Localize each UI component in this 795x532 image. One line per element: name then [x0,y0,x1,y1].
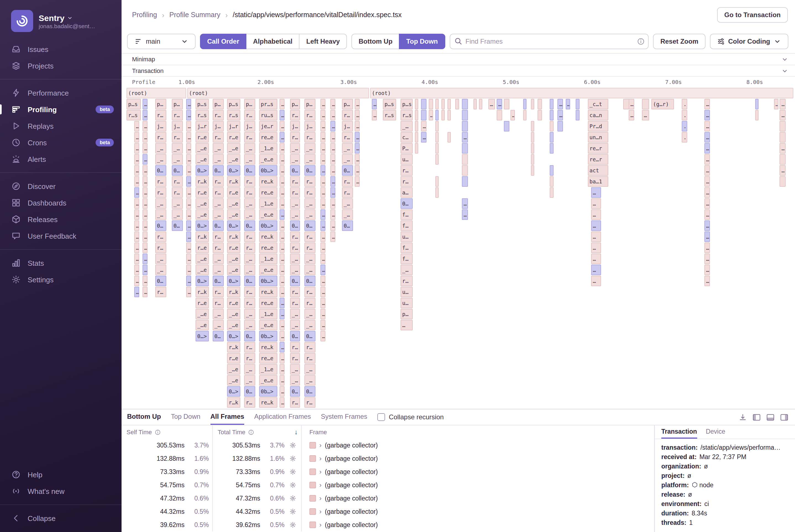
flame-frame[interactable]: r…k [227,231,240,242]
flame-frame[interactable]: … [134,243,139,253]
flame-frame[interactable]: … [320,165,325,176]
flame-frame[interactable]: … [143,243,148,253]
flame-frame[interactable]: r… [213,298,224,308]
flame-frame[interactable]: … [320,298,325,308]
flame-frame[interactable]: _… [213,143,224,154]
flame-frame[interactable]: r… [155,287,166,297]
breadcrumb-profile-summary[interactable]: Profile Summary [169,11,221,19]
flame-frame[interactable]: j…r [227,121,240,132]
flame-frame[interactable]: … [704,221,710,231]
flame-frame[interactable]: r… [304,176,316,187]
flame-frame[interactable]: r… [400,176,413,187]
tab-top-down[interactable]: Top Down [171,410,201,425]
flame-frame[interactable]: … [143,221,148,231]
sidebar-item-user-feedback[interactable]: User Feedback [0,228,121,244]
flame-frame[interactable]: r…s [195,110,209,120]
flame-frame[interactable]: r…k [227,342,240,353]
flame-frame[interactable]: _…e [195,154,209,165]
flame-frame[interactable]: 0… [244,276,255,286]
flame-frame[interactable]: _… [244,309,255,319]
frame-cell[interactable]: ›(garbage collector) [302,439,654,452]
flame-frame[interactable]: … [134,165,139,176]
flame-frame[interactable]: … [143,99,148,109]
flame-frame[interactable]: r… [213,187,224,198]
flame-frame[interactable]: … [330,187,335,198]
flame-frame[interactable] [531,121,534,132]
flame-frame[interactable] [435,132,439,142]
flame-frame[interactable]: … [565,99,570,109]
flame-frame[interactable]: … [780,165,785,176]
flame-frame[interactable] [504,121,509,132]
flame-frame[interactable]: _1…e [259,198,277,209]
flame-frame[interactable]: _… [155,265,166,275]
flame-frame[interactable] [531,154,534,165]
flame-frame[interactable]: _…e [227,320,240,330]
flame-frame[interactable]: … [320,198,325,209]
flame-frame[interactable]: 0… [244,331,255,341]
flame-frame[interactable]: r…e [227,187,240,198]
flame-frame[interactable]: _… [155,154,166,165]
flame-frame[interactable]: _… [213,209,224,220]
flame-frame[interactable]: _… [304,198,316,209]
flame-frame[interactable] [496,110,502,120]
table-row[interactable]: 305.53ms3.7%305.53ms3.7%›(garbage collec… [121,439,654,452]
flame-frame[interactable]: _…e [195,198,209,209]
flame-frame[interactable]: _e…e [259,320,277,330]
flame-frame[interactable]: … [591,253,601,264]
flame-frame[interactable]: … [320,209,325,220]
flame-frame[interactable]: r…k [227,176,240,187]
go-to-transaction-button[interactable]: Go to Transaction [717,7,788,23]
flame-frame[interactable] [455,99,459,109]
flame-frame[interactable]: _… [304,143,316,154]
flame-frame[interactable]: … [186,143,191,154]
flame-frame[interactable]: r… [244,243,255,253]
flame-frame[interactable]: je…r [259,121,277,132]
flame-frame[interactable]: _… [244,265,255,275]
gear-icon[interactable] [288,455,298,462]
flame-frame[interactable]: ca…n [588,110,608,120]
flame-frame[interactable]: _… [172,154,183,165]
flame-frame[interactable]: p… [400,309,413,319]
flame-frame[interactable]: 0… [290,276,300,286]
flame-frame[interactable]: r…k [195,231,209,242]
flame-frame[interactable]: … [134,221,139,231]
flame-frame[interactable]: _… [155,209,166,220]
flame-frame[interactable]: 0… [213,221,224,231]
flame-frame[interactable]: _… [304,154,316,165]
flame-frame[interactable]: r… [244,342,255,353]
flame-frame[interactable]: … [462,198,468,209]
flame-frame[interactable]: … [280,253,285,264]
flame-frame[interactable]: … [372,110,377,120]
flame-frame[interactable]: … [134,154,139,165]
flame-frame[interactable] [415,121,418,132]
sidebar-item-performance[interactable]: Performance [0,84,121,101]
flame-frame[interactable] [780,154,785,165]
flame-frame[interactable] [441,99,444,109]
flame-frame[interactable]: r… [342,110,353,120]
expand-chevron-icon[interactable]: › [319,441,322,449]
flame-frame[interactable]: a… [400,187,413,198]
flame-frame[interactable]: f… [400,209,413,220]
flame-frame[interactable]: … [704,243,710,253]
expand-chevron-icon[interactable]: › [319,494,322,502]
flame-frame[interactable]: _e…e [259,154,277,165]
flame-frame[interactable]: … [280,298,285,308]
flame-frame[interactable]: … [280,132,285,142]
flame-frame[interactable] [435,176,439,187]
flame-frame[interactable]: … [134,209,139,220]
flame-frame[interactable]: 0… [172,221,183,231]
flame-frame[interactable]: p…s [400,99,413,109]
flame-frame[interactable]: … [280,231,285,242]
sidebar-item-dashboards[interactable]: Dashboards [0,194,121,211]
flame-frame[interactable] [549,110,554,120]
flame-frame[interactable]: _…e [227,209,240,220]
flame-frame[interactable]: r… [155,231,166,242]
flame-frame[interactable]: … [704,265,710,275]
flame-frame[interactable]: r…s [127,110,141,120]
flame-frame[interactable]: … [355,165,360,176]
flame-frame[interactable]: u… [400,231,413,242]
flame-frame[interactable]: r… [304,342,316,353]
flame-frame[interactable]: _c…t [588,99,608,109]
flame-frame[interactable]: re…e [259,187,277,198]
flame-frame[interactable]: r… [400,276,413,286]
